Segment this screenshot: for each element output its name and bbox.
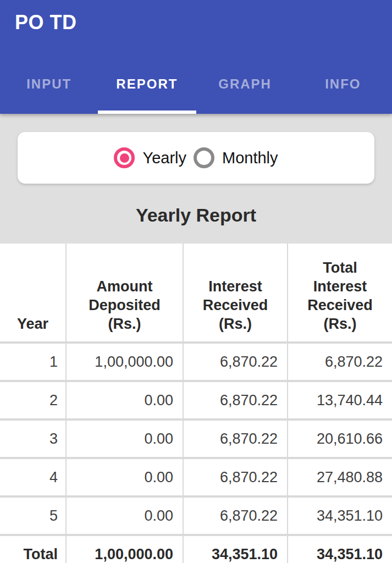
header-cell-total-interest: Total Interest Received (Rs.): [288, 244, 392, 343]
radio-yearly[interactable]: Yearly: [114, 147, 186, 168]
period-selector-card: Yearly Monthly: [18, 132, 374, 184]
report-section-title: Yearly Report: [0, 205, 392, 226]
table-header-row: Year Amount Deposited (Rs.) Interest Rec…: [0, 244, 392, 343]
table-row: 3 0.00 6,870.22 20,610.66: [0, 420, 392, 458]
radio-monthly-label: Monthly: [222, 149, 278, 167]
cell-total-interest: 27,480.88: [288, 458, 392, 496]
cell-total-interest-received: 34,351.10: [183, 535, 288, 563]
table-row: 2 0.00 6,870.22 13,740.44: [0, 381, 392, 420]
cell-amount-deposited: 0.00: [66, 381, 183, 420]
header-cell-year: Year: [0, 244, 66, 343]
cell-total-total-interest: 34,351.10: [288, 535, 392, 563]
cell-year: 3: [0, 420, 66, 458]
tab-report[interactable]: REPORT: [98, 63, 196, 114]
cell-amount-deposited: 0.00: [66, 496, 183, 535]
radio-selected-icon: [114, 147, 135, 168]
radio-monthly[interactable]: Monthly: [194, 147, 278, 168]
cell-total-interest: 20,610.66: [288, 420, 392, 458]
cell-amount-deposited: 0.00: [66, 458, 183, 496]
radio-unselected-icon: [194, 147, 214, 168]
tab-info[interactable]: INFO: [294, 63, 392, 114]
cell-amount-deposited: 1,00,000.00: [66, 343, 183, 381]
cell-year: 4: [0, 458, 66, 496]
cell-year: 1: [0, 343, 66, 381]
cell-interest-received: 6,870.22: [183, 343, 288, 381]
cell-year: 5: [0, 496, 66, 535]
table-total-row: Total 1,00,000.00 34,351.10 34,351.10: [0, 535, 392, 563]
table-row: 4 0.00 6,870.22 27,480.88: [0, 458, 392, 496]
tab-graph[interactable]: GRAPH: [196, 63, 294, 114]
cell-total-label: Total: [0, 535, 66, 563]
cell-interest-received: 6,870.22: [183, 420, 288, 458]
tab-input[interactable]: INPUT: [0, 63, 98, 114]
cell-total-amount-deposited: 1,00,000.00: [66, 535, 183, 563]
cell-total-interest: 6,870.22: [288, 343, 392, 381]
active-tab-indicator: [98, 111, 196, 114]
radio-yearly-label: Yearly: [142, 149, 186, 167]
app-bar: PO TD INPUT REPORT GRAPH INFO: [0, 0, 392, 114]
cell-interest-received: 6,870.22: [183, 381, 288, 420]
report-table: Year Amount Deposited (Rs.) Interest Rec…: [0, 244, 392, 563]
table-row: 5 0.00 6,870.22 34,351.10: [0, 496, 392, 535]
cell-total-interest: 34,351.10: [288, 496, 392, 535]
page-title: PO TD: [15, 11, 77, 34]
cell-total-interest: 13,740.44: [288, 381, 392, 420]
tab-bar: INPUT REPORT GRAPH INFO: [0, 63, 392, 114]
cell-interest-received: 6,870.22: [183, 458, 288, 496]
cell-amount-deposited: 0.00: [66, 420, 183, 458]
header-cell-amount-deposited: Amount Deposited (Rs.): [66, 244, 183, 343]
cell-interest-received: 6,870.22: [183, 496, 288, 535]
header-cell-interest-received: Interest Received (Rs.): [183, 244, 288, 343]
cell-year: 2: [0, 381, 66, 420]
table-row: 1 1,00,000.00 6,870.22 6,870.22: [0, 343, 392, 381]
